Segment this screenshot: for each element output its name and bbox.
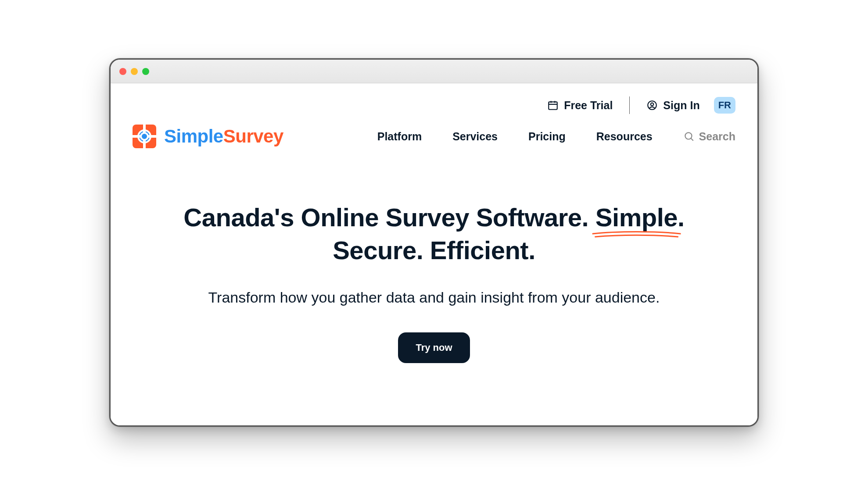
calendar-icon	[547, 100, 559, 111]
nav-item-pricing[interactable]: Pricing	[528, 130, 566, 143]
sign-in-label: Sign In	[663, 99, 699, 112]
hero-headline: Canada's Online Survey Software. Simple.…	[141, 201, 727, 267]
nav-item-services[interactable]: Services	[452, 130, 498, 143]
headline-pre: Canada's Online Survey Software.	[183, 203, 595, 232]
sign-in-link[interactable]: Sign In	[646, 99, 699, 112]
nav-links: Platform Services Pricing Resources Sear…	[377, 130, 735, 143]
search-label: Search	[699, 130, 735, 143]
underline-scribble-icon	[592, 230, 681, 239]
headline-underlined-text: Simple	[595, 203, 678, 232]
try-now-button[interactable]: Try now	[398, 332, 470, 363]
search-icon	[683, 131, 695, 142]
nav-item-platform[interactable]: Platform	[377, 130, 422, 143]
svg-point-2	[651, 103, 654, 106]
window-minimize-button[interactable]	[131, 68, 138, 75]
hero-section: Canada's Online Survey Software. Simple.…	[133, 201, 735, 363]
page-content: Free Trial Sign In FR SimpleSurvey Platf…	[111, 83, 757, 425]
window-titlebar	[111, 60, 757, 83]
main-nav: SimpleSurvey Platform Services Pricing R…	[133, 125, 735, 148]
free-trial-label: Free Trial	[564, 99, 613, 112]
logo-text: SimpleSurvey	[164, 126, 283, 147]
svg-rect-0	[549, 102, 557, 109]
user-icon	[646, 100, 658, 111]
brand-logo[interactable]: SimpleSurvey	[133, 125, 283, 148]
svg-point-3	[685, 132, 692, 139]
logo-text-part1: Simple	[164, 126, 223, 146]
window-maximize-button[interactable]	[142, 68, 149, 75]
logo-icon	[133, 125, 156, 148]
logo-text-part2: Survey	[223, 126, 283, 146]
divider	[629, 96, 630, 114]
browser-window: Free Trial Sign In FR SimpleSurvey Platf…	[109, 58, 759, 427]
free-trial-link[interactable]: Free Trial	[547, 99, 613, 112]
hero-subtitle: Transform how you gather data and gain i…	[141, 289, 727, 306]
utility-nav: Free Trial Sign In FR	[133, 83, 735, 114]
language-toggle[interactable]: FR	[714, 97, 735, 114]
window-close-button[interactable]	[119, 68, 126, 75]
nav-item-resources[interactable]: Resources	[596, 130, 653, 143]
search-trigger[interactable]: Search	[683, 130, 735, 143]
headline-emphasis: Simple	[595, 201, 678, 234]
